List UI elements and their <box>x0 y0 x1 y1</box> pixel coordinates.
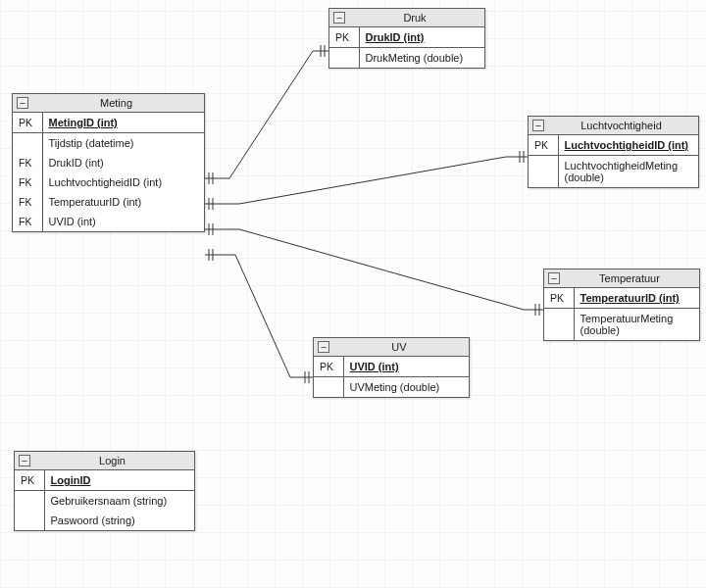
pk-field: DrukID (int) <box>359 27 484 48</box>
entity-header-temperatuur: − Temperatuur <box>544 270 699 288</box>
entity-header-uv: − UV <box>314 338 469 357</box>
collapse-icon[interactable]: − <box>532 120 544 131</box>
pk-field: LuchtvochtigheidID (int) <box>558 135 698 156</box>
entity-meting[interactable]: − Meting PK MetingID (int) Tijdstip (dat… <box>12 93 205 232</box>
entity-header-login: − Login <box>15 452 194 470</box>
pk-field: UVID (int) <box>343 357 469 377</box>
rel-meting-luchtvochtigheid <box>205 157 528 204</box>
field-cell: UVMeting (double) <box>343 377 469 398</box>
field-cell: LuchtvochtigheidMeting (double) <box>558 156 698 188</box>
collapse-icon[interactable]: − <box>318 341 329 353</box>
rel-meting-uv <box>205 255 313 377</box>
field-cell: LuchtvochtigheidID (int) <box>42 172 204 192</box>
key-cell <box>13 133 42 154</box>
rel-meting-temperatuur <box>205 229 543 310</box>
field-cell: DrukMeting (double) <box>359 48 484 69</box>
key-cell: FK <box>13 212 42 231</box>
pk-label: PK <box>529 135 558 156</box>
key-cell <box>544 309 574 341</box>
entity-druk[interactable]: − Druk PK DrukID (int) DrukMeting (doubl… <box>328 8 485 69</box>
pk-field: TemperatuurID (int) <box>574 288 699 309</box>
entity-header-luchtvochtigheid: − Luchtvochtigheid <box>529 117 698 135</box>
key-cell: FK <box>13 172 42 192</box>
field-cell: Gebruikersnaam (string) <box>44 491 194 512</box>
pk-label: PK <box>13 113 42 133</box>
field-cell: TemperatuurMeting (double) <box>574 309 699 341</box>
entity-luchtvochtigheid[interactable]: − Luchtvochtigheid PK LuchtvochtigheidID… <box>528 116 699 188</box>
entity-uv[interactable]: − UV PK UVID (int) UVMeting (double) <box>313 337 470 398</box>
pk-field: MetingID (int) <box>42 113 204 133</box>
key-cell: FK <box>13 192 42 212</box>
pk-label: PK <box>544 288 574 309</box>
key-cell <box>329 48 359 69</box>
key-cell <box>529 156 558 188</box>
entity-header-druk: − Druk <box>329 9 484 27</box>
entity-title: Login <box>34 455 190 466</box>
key-cell <box>15 491 44 512</box>
pk-label: PK <box>329 27 359 48</box>
entity-header-meting: − Meting <box>13 94 204 113</box>
entity-title: Druk <box>349 12 480 24</box>
field-cell: Tijdstip (datetime) <box>42 133 204 154</box>
field-cell: TemperatuurID (int) <box>42 192 204 212</box>
entity-title: Luchtvochtigheid <box>548 120 694 131</box>
pk-label: PK <box>314 357 343 377</box>
field-cell: DrukID (int) <box>42 153 204 172</box>
field-cell: UVID (int) <box>42 212 204 231</box>
key-cell <box>314 377 343 398</box>
entity-temperatuur[interactable]: − Temperatuur PK TemperatuurID (int) Tem… <box>543 269 700 341</box>
entity-title: Temperatuur <box>564 272 695 284</box>
collapse-icon[interactable]: − <box>19 455 30 466</box>
key-cell: FK <box>13 153 42 172</box>
pk-label: PK <box>15 470 44 491</box>
rel-meting-druk <box>205 51 328 178</box>
entity-title: UV <box>333 341 465 353</box>
collapse-icon[interactable]: − <box>17 97 28 109</box>
entity-login[interactable]: − Login PK LoginID Gebruikersnaam (strin… <box>14 451 195 531</box>
pk-field: LoginID <box>44 470 194 491</box>
collapse-icon[interactable]: − <box>548 272 560 284</box>
entity-title: Meting <box>32 97 200 109</box>
field-cell: Paswoord (string) <box>44 511 194 530</box>
collapse-icon[interactable]: − <box>333 12 345 24</box>
key-cell <box>15 511 44 530</box>
